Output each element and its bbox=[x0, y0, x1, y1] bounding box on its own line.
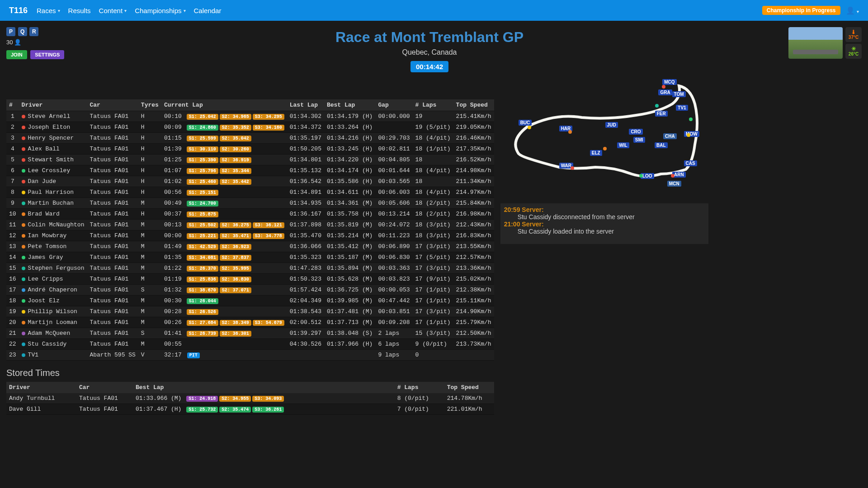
ambient-temp: ☀ 26°C bbox=[845, 44, 862, 59]
sector-badge: S3: 54.679 bbox=[253, 320, 284, 326]
laps-cell: 18 (1/pit) bbox=[413, 144, 453, 155]
last-lap-cell: 01:50.323 bbox=[287, 274, 324, 285]
current-lap-cell: 01:15 S1: 25.599S2: 35.042 bbox=[161, 133, 287, 144]
tyres-cell: M bbox=[138, 241, 161, 252]
gap-cell: 00:24.072 bbox=[375, 220, 412, 230]
table-row[interactable]: Dave Gill Tatuus FA01 01:37.467 (H) S1: … bbox=[6, 404, 494, 415]
table-row[interactable]: 12 Ian Mowbray Tatuus FA01 M 00:00 S1: 2… bbox=[6, 230, 494, 241]
join-button[interactable]: JOIN bbox=[6, 50, 27, 59]
driver-cell: Stewart Smith bbox=[19, 155, 87, 165]
table-row[interactable]: Andy Turnbull Tatuus FA01 01:33.966 (M) … bbox=[6, 393, 494, 404]
sector-badge: S1: 25.460 bbox=[187, 179, 218, 185]
gap-cell: 00:11.223 bbox=[375, 230, 412, 241]
driver-cell: Lee Crossley bbox=[19, 165, 87, 176]
table-row[interactable]: 19 Phillip Wilson Tatuus FA01 M 00:28 S1… bbox=[6, 306, 494, 317]
settings-button[interactable]: SETTINGS bbox=[30, 50, 64, 59]
nav-races[interactable]: Races▾ bbox=[37, 7, 60, 14]
nav-results[interactable]: Results bbox=[68, 7, 91, 14]
table-row[interactable]: 6 Lee Crossley Tatuus FA01 H 01:07 S1: 2… bbox=[6, 165, 494, 176]
table-row[interactable]: 11 Colin McNaughton Tatuus FA01 M 00:13 … bbox=[6, 220, 494, 230]
position-cell: 7 bbox=[6, 176, 19, 187]
nav-championships[interactable]: Championships▾ bbox=[135, 7, 185, 14]
tyres-cell: H bbox=[138, 144, 161, 155]
car-cell: Tatuus FA01 bbox=[76, 404, 133, 415]
top-speed-cell: 212.43Km/h bbox=[453, 220, 494, 230]
table-row[interactable]: 3 Henry Spencer Tatuus FA01 H 01:15 S1: … bbox=[6, 133, 494, 144]
top-speed-cell: 215.84Km/h bbox=[453, 198, 494, 209]
sector-badge: S1: 25.151 bbox=[187, 190, 218, 196]
status-dot bbox=[22, 321, 25, 324]
best-lap-cell: 01:34.220 (H) bbox=[324, 155, 375, 165]
top-speed-cell: 215.41Km/h bbox=[453, 111, 494, 122]
status-dot bbox=[22, 245, 25, 249]
best-lap-cell: 01:38.048 (S) bbox=[324, 328, 375, 339]
top-speed-cell: 215.11Km/h bbox=[453, 296, 494, 306]
table-row[interactable]: 15 Stephen Ferguson Tatuus FA01 M 01:22 … bbox=[6, 263, 494, 274]
table-row[interactable]: 7 Dan Jude Tatuus FA01 H 01:02 S1: 25.46… bbox=[6, 176, 494, 187]
top-speed-cell: 216.98Km/h bbox=[453, 209, 494, 220]
laps-cell: 17 (3/pit) bbox=[413, 241, 453, 252]
map-marker: WIL bbox=[617, 142, 629, 148]
driver-cell: Lee Cripps bbox=[19, 274, 87, 285]
table-row[interactable]: 23 TV1 Abarth 595 SS V 32:17 PIT 9 laps … bbox=[6, 350, 494, 361]
user-icon[interactable]: 👤 ▾ bbox=[846, 6, 859, 15]
table-row[interactable]: 5 Stewart Smith Tatuus FA01 H 01:25 S1: … bbox=[6, 155, 494, 165]
status-dot bbox=[22, 158, 25, 162]
driver-cell: Ian Mowbray bbox=[19, 230, 87, 241]
best-lap-cell: 01:35.214 (M) bbox=[324, 230, 375, 241]
position-cell: 14 bbox=[6, 252, 19, 263]
position-cell: 9 bbox=[6, 198, 19, 209]
tyres-cell: H bbox=[138, 165, 161, 176]
gap-cell: 00:06.003 bbox=[375, 187, 412, 198]
table-row[interactable]: 2 Joseph Elton Tatuus FA01 H 00:09 S1: 2… bbox=[6, 122, 494, 133]
tyres-cell: V bbox=[138, 350, 161, 361]
map-marker: TV1 bbox=[676, 105, 688, 111]
best-lap-cell bbox=[324, 350, 375, 361]
status-dot bbox=[22, 126, 25, 129]
sector-badge: S2: 37.071 bbox=[220, 287, 251, 293]
table-row[interactable]: 22 Stu Cassidy Tatuus FA01 M 00:55 04:30… bbox=[6, 339, 494, 350]
table-row[interactable]: 16 Lee Cripps Tatuus FA01 M 01:19 S1: 25… bbox=[6, 274, 494, 285]
nav-content[interactable]: Content▾ bbox=[99, 7, 127, 14]
table-row[interactable]: 21 Adam McQueen Tatuus FA01 S 01:41 S1: … bbox=[6, 328, 494, 339]
table-row[interactable]: 17 André Chaperon Tatuus FA01 S 01:32 S1… bbox=[6, 285, 494, 296]
session-p[interactable]: P bbox=[6, 27, 15, 36]
gap-cell: 00:04.805 bbox=[375, 155, 412, 165]
server-chat[interactable]: 20:59 Server: Stu Cassidy disconnected f… bbox=[500, 203, 708, 244]
table-row[interactable]: 8 Paul Harrison Tatuus FA01 H 00:56 S1: … bbox=[6, 187, 494, 198]
laps-cell: 17 (1/pit) bbox=[413, 296, 453, 306]
live-timing-table: # Driver Car Tyres Current Lap Last Lap … bbox=[6, 99, 494, 361]
table-row[interactable]: 18 Joost Elz Tatuus FA01 M 00:30 S1: 26.… bbox=[6, 296, 494, 306]
position-cell: 16 bbox=[6, 274, 19, 285]
car-cell: Tatuus FA01 bbox=[87, 252, 138, 263]
laps-cell: 7 (0/pit) bbox=[395, 404, 444, 415]
pit-badge: PIT bbox=[187, 352, 200, 358]
table-row[interactable]: 10 Brad Ward Tatuus FA01 H 00:37 S1: 25.… bbox=[6, 209, 494, 220]
nav-calendar[interactable]: Calendar bbox=[194, 7, 222, 14]
brand[interactable]: T116 bbox=[9, 6, 28, 15]
session-r[interactable]: R bbox=[29, 27, 38, 36]
laps-cell: 18 (3/pit) bbox=[413, 230, 453, 241]
table-row[interactable]: 1 Steve Arnell Tatuus FA01 H 00:10 S1: 2… bbox=[6, 111, 494, 122]
map-marker: TOM bbox=[672, 91, 686, 97]
top-speed-cell: 214.97Km/h bbox=[453, 187, 494, 198]
best-lap-cell: 01:35.412 (M) bbox=[324, 241, 375, 252]
current-lap-cell: 01:22 S1: 26.370S2: 35.995 bbox=[161, 263, 287, 274]
sector-badge: S1: 24.700 bbox=[187, 201, 218, 206]
last-lap-cell: 02:00.512 bbox=[287, 317, 324, 328]
best-lap-cell: 01:37.481 (M) bbox=[324, 306, 375, 317]
sector-badge: S3: 36.121 bbox=[253, 222, 284, 228]
table-row[interactable]: 20 Martijn Looman Tatuus FA01 M 00:26 S1… bbox=[6, 317, 494, 328]
table-row[interactable]: 4 Alex Ball Tatuus FA01 H 01:39 S1: 30.1… bbox=[6, 144, 494, 155]
sector-badge: S2: 35.352 bbox=[220, 125, 251, 131]
table-row[interactable]: 14 James Gray Tatuus FA01 M 01:35 S1: 34… bbox=[6, 252, 494, 263]
session-badges: P Q R bbox=[6, 27, 74, 36]
table-row[interactable]: 9 Martin Buchan Tatuus FA01 M 00:49 S1: … bbox=[6, 198, 494, 209]
sector-badge: S2: 35.471 bbox=[220, 233, 251, 239]
car-cell: Tatuus FA01 bbox=[87, 176, 138, 187]
table-row[interactable]: 13 Pete Tomson Tatuus FA01 M 01:49 S1: 4… bbox=[6, 241, 494, 252]
session-q[interactable]: Q bbox=[18, 27, 27, 36]
tyres-cell: S bbox=[138, 285, 161, 296]
last-lap-cell: 01:36.542 bbox=[287, 176, 324, 187]
current-lap-cell: 00:13 S1: 25.502S2: 36.275S3: 36.121 bbox=[161, 220, 287, 230]
